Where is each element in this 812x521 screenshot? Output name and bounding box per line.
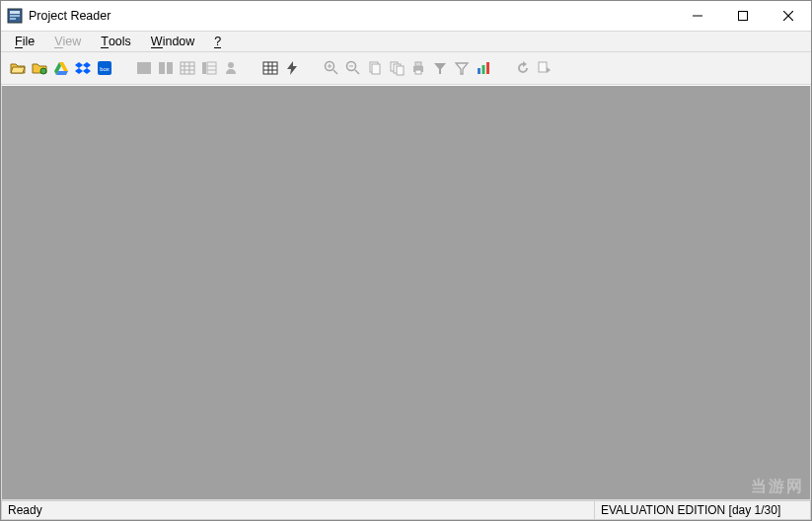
menu-label: iew	[63, 35, 82, 48]
export-icon[interactable]	[534, 57, 555, 79]
refresh-icon[interactable]	[512, 57, 534, 79]
menu-tools[interactable]: Tools	[91, 34, 141, 49]
maximize-button[interactable]	[720, 1, 766, 31]
app-icon	[7, 8, 23, 24]
svg-line-7	[783, 11, 793, 21]
svg-rect-19	[159, 62, 165, 74]
svg-marker-53	[456, 63, 468, 74]
table-icon[interactable]	[259, 57, 281, 79]
svg-rect-5	[739, 12, 748, 21]
view-grid-icon[interactable]	[177, 57, 198, 79]
copy-icon[interactable]	[364, 57, 386, 79]
toolbar: box	[1, 52, 811, 85]
svg-rect-54	[478, 68, 480, 74]
svg-marker-13	[83, 62, 91, 68]
svg-marker-52	[434, 63, 446, 74]
svg-rect-48	[397, 66, 404, 75]
svg-rect-57	[539, 62, 547, 72]
status-right: EVALUATION EDITION [day 1/30]	[594, 500, 811, 520]
svg-point-8	[40, 68, 46, 74]
zoom-in-icon[interactable]	[321, 57, 342, 79]
menu-label: indow	[163, 35, 195, 48]
svg-rect-18	[137, 62, 151, 74]
svg-marker-12	[75, 62, 83, 68]
box-icon[interactable]: box	[94, 57, 115, 79]
zoom-out-icon[interactable]	[342, 57, 364, 79]
minimize-button[interactable]	[675, 1, 720, 31]
svg-rect-26	[202, 62, 206, 74]
print-icon[interactable]	[407, 57, 429, 79]
menu-label: ile	[23, 35, 36, 48]
svg-rect-2	[10, 15, 20, 17]
flash-icon[interactable]	[281, 57, 303, 79]
window-title: Project Reader	[29, 9, 111, 23]
status-right-text: EVALUATION EDITION [day 1/30]	[601, 503, 780, 517]
menu-help[interactable]: ?	[204, 34, 231, 49]
open-file-icon[interactable]	[7, 57, 29, 79]
status-left-text: Ready	[8, 503, 42, 517]
close-button[interactable]	[766, 1, 811, 31]
svg-marker-14	[75, 68, 83, 74]
svg-rect-20	[167, 62, 173, 74]
dropbox-icon[interactable]	[72, 57, 94, 79]
svg-line-6	[783, 11, 793, 21]
svg-rect-45	[372, 64, 380, 74]
svg-rect-55	[482, 65, 485, 74]
menu-bar: File View Tools Window ?	[1, 31, 811, 52]
mdi-client-area	[1, 85, 811, 500]
svg-marker-11	[56, 71, 68, 75]
svg-point-30	[228, 62, 234, 68]
menu-window[interactable]: Window	[141, 34, 204, 49]
status-left: Ready	[1, 500, 594, 520]
google-drive-icon[interactable]	[50, 57, 72, 79]
svg-rect-50	[415, 62, 421, 66]
status-bar: Ready EVALUATION EDITION [day 1/30]	[1, 500, 811, 520]
svg-line-38	[333, 70, 337, 74]
view-detail-icon[interactable]	[198, 57, 220, 79]
view-gantt-icon[interactable]	[133, 57, 155, 79]
open-folder-icon[interactable]	[29, 57, 50, 79]
svg-marker-36	[287, 61, 297, 75]
svg-rect-3	[10, 18, 16, 20]
view-split-icon[interactable]	[155, 57, 177, 79]
copy-multi-icon[interactable]	[386, 57, 407, 79]
svg-marker-15	[83, 68, 91, 74]
app-window: Project Reader File View Tools Window ? …	[0, 0, 812, 521]
svg-line-42	[355, 70, 359, 74]
filter-funnel-icon[interactable]	[429, 57, 451, 79]
menu-label: ools	[109, 35, 131, 48]
filter-icon[interactable]	[451, 57, 473, 79]
title-bar: Project Reader	[1, 1, 811, 31]
svg-text:box: box	[100, 66, 110, 72]
menu-view[interactable]: View	[44, 34, 91, 49]
view-resource-icon[interactable]	[220, 57, 242, 79]
svg-rect-21	[181, 62, 194, 74]
svg-rect-31	[263, 62, 277, 74]
svg-rect-1	[10, 11, 20, 14]
chart-icon[interactable]	[473, 57, 494, 79]
menu-file[interactable]: File	[5, 34, 44, 49]
svg-rect-27	[207, 62, 216, 74]
svg-rect-56	[486, 62, 489, 74]
svg-rect-51	[415, 70, 421, 74]
